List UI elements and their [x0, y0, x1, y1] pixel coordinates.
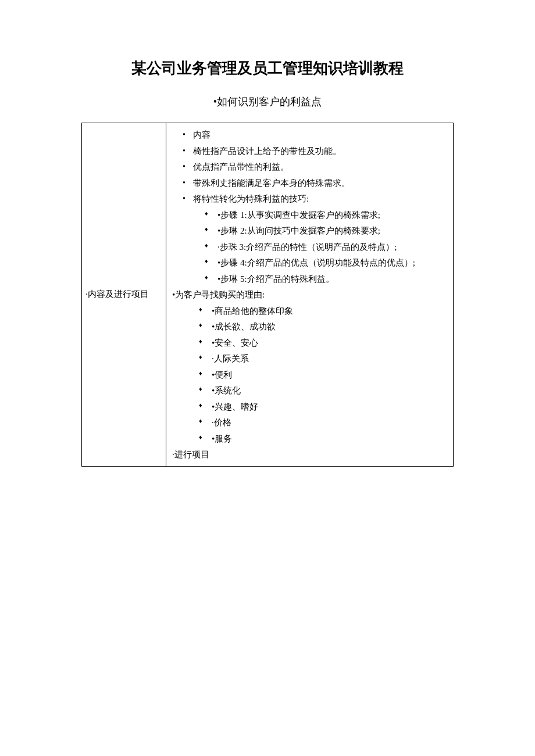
top-bullets: 内容 椅性指产品设计上给予的带性及功能。 优点指产品带性的利益。 带殊利丈指能满…: [178, 128, 447, 446]
list-item: ·人际关系: [194, 352, 447, 367]
list-item: •服务: [194, 432, 447, 447]
list-item: 优点指产品带性的利益。: [178, 160, 447, 175]
content-table: ·内容及进行项目 内容 椅性指产品设计上给予的带性及功能。 优点指产品带性的利益…: [81, 123, 454, 467]
content-cell: 内容 椅性指产品设计上给予的带性及功能。 优点指产品带性的利益。 带殊利丈指能满…: [166, 123, 454, 467]
list-item: •步琳 5:介绍产品的特殊利益。: [200, 272, 447, 287]
list-item: 将特性转化为特殊利益的技巧: •步碟 1:从事实调查中发掘客户的椅殊需求; •步…: [178, 192, 447, 286]
list-item: ·步珠 3:介绍产品的特性（说明产品的及特点）;: [200, 240, 447, 255]
reasons-list: •商品给他的整体印象 •成长欲、成功欲 •安全、安心 ·人际关系 •便利 •系统…: [194, 304, 447, 447]
list-item: •安全、安心: [194, 336, 447, 351]
list-item: 椅性指产品设计上给予的带性及功能。: [178, 144, 447, 159]
table-row: ·内容及进行项目 内容 椅性指产品设计上给予的带性及功能。 优点指产品带性的利益…: [82, 123, 454, 467]
list-item: ·价格: [194, 415, 447, 431]
list-item-label: 将特性转化为特殊利益的技巧:: [193, 194, 309, 203]
steps-list: •步碟 1:从事实调查中发掘客户的椅殊需求; •步琳 2:从询问技巧中发掘客户的…: [200, 208, 447, 287]
list-item: 内容: [178, 128, 447, 143]
list-item: •步琳 2:从询问技巧中发掘客户的椅殊要求;: [200, 224, 447, 239]
list-item: •便利: [194, 368, 447, 383]
left-label-cell: ·内容及进行项目: [82, 123, 166, 467]
reason-heading: •为客户寻找购买的理由: •商品给他的整体印象 •成长欲、成功欲 •安全、安心 …: [172, 288, 447, 446]
list-item: •步碟 1:从事实调查中发掘客户的椅殊需求;: [200, 208, 447, 223]
list-item: •步碟 4:介绍产品的优点（说明功能及特点的优点）;: [200, 256, 447, 271]
list-item: •兴趣、嗜好: [194, 400, 447, 415]
reason-title: •为客户寻找购买的理由:: [172, 290, 265, 299]
footer-text: ·进行项目: [172, 447, 447, 463]
list-item: •商品给他的整体印象: [194, 304, 447, 319]
page-subtitle: •如何识别客户的利益点: [81, 95, 454, 109]
list-item: •系统化: [194, 384, 447, 399]
list-item: 带殊利丈指能满足客户本身的特殊需求。: [178, 176, 447, 191]
page-title: 某公司业务管理及员工管理知识培训教程: [81, 58, 454, 78]
list-item: •成长欲、成功欲: [194, 320, 447, 335]
